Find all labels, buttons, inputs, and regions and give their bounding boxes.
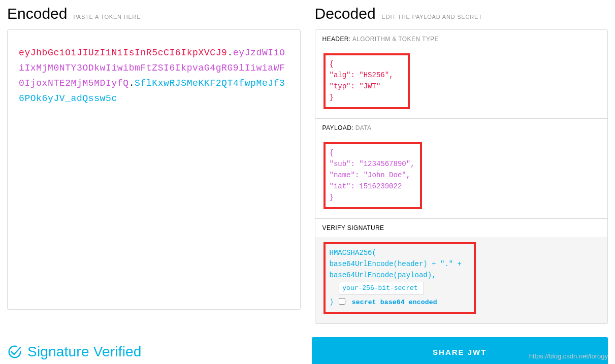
footer-row: Signature Verified SHARE JWT — [7, 337, 608, 364]
decoded-panel: HEADER: ALGORITHM & TOKEN TYPE { "alg": … — [315, 29, 608, 324]
token-header-segment: eyJhbGciOiJIUzI1NiIsInR5cCI6IkpXVCJ9 — [19, 48, 227, 58]
payload-json-line: } — [330, 192, 415, 203]
decoded-signature-block: HMACSHA256( base64UrlEncode(header) + ".… — [323, 242, 476, 314]
decoded-signature-label: VERIFY SIGNATURE — [322, 224, 384, 231]
token-dot-2: . — [129, 78, 135, 88]
signature-verified-text: Signature Verified — [27, 344, 142, 360]
signature-verified-status: Signature Verified — [7, 344, 298, 360]
encoded-token-input[interactable]: eyJhbGciOiJIUzI1NiIsInR5cCI6IkpXVCJ9.eyJ… — [7, 29, 301, 310]
header-json-line: "alg": "HS256", — [330, 70, 403, 81]
decoded-payload-label-row: PAYLOAD: DATA — [315, 119, 608, 137]
signature-close-paren: ) — [330, 298, 334, 306]
decoded-column: Decoded EDIT THE PAYLOAD AND SECRET HEAD… — [315, 5, 608, 324]
decoded-payload-json: { "sub": "1234567890", "name": "John Doe… — [323, 142, 422, 209]
decoded-subtitle: EDIT THE PAYLOAD AND SECRET — [382, 14, 482, 20]
secret-base64-label[interactable]: secret base64 encoded — [352, 299, 437, 306]
decoded-title-text: Decoded — [315, 5, 376, 22]
signature-line: base64UrlEncode(header) + "." + — [330, 258, 469, 270]
share-jwt-button[interactable]: SHARE JWT — [312, 337, 608, 364]
payload-json-line: "name": "John Doe", — [330, 170, 415, 181]
token-dot-1: . — [227, 48, 233, 58]
decoded-header-body[interactable]: { "alg": "HS256", "typ": "JWT" } — [315, 48, 608, 118]
watermark-text: https://blog.csdn.net/lorogy — [529, 352, 608, 360]
encoded-subtitle: PASTE A TOKEN HERE — [73, 14, 141, 20]
secret-base64-checkbox[interactable] — [339, 298, 345, 305]
header-json-line: } — [330, 92, 403, 103]
decoded-header-label: HEADER: — [322, 36, 351, 43]
payload-json-line: { — [330, 147, 415, 158]
check-circle-icon — [7, 344, 22, 359]
encoded-title-text: Encoded — [7, 5, 67, 22]
secret-input[interactable] — [339, 282, 424, 294]
payload-json-line: "iat": 1516239022 — [330, 181, 415, 192]
decoded-header-sublabel: ALGORITHM & TOKEN TYPE — [352, 36, 439, 43]
signature-line: HMACSHA256( — [330, 247, 469, 258]
decoded-title: Decoded EDIT THE PAYLOAD AND SECRET — [315, 5, 608, 22]
decoded-payload-body[interactable]: { "sub": "1234567890", "name": "John Doe… — [315, 137, 608, 218]
decoded-signature-section: VERIFY SIGNATURE HMACSHA256( base64UrlEn… — [315, 219, 608, 323]
encoded-title: Encoded PASTE A TOKEN HERE — [7, 5, 301, 22]
encoded-column: Encoded PASTE A TOKEN HERE eyJhbGciOiJIU… — [7, 5, 301, 324]
signature-line: base64UrlEncode(payload), — [330, 270, 469, 281]
header-json-line: "typ": "JWT" — [330, 81, 403, 92]
payload-json-line: "sub": "1234567890", — [330, 158, 415, 170]
decoded-header-label-row: HEADER: ALGORITHM & TOKEN TYPE — [315, 30, 608, 48]
decoded-header-json: { "alg": "HS256", "typ": "JWT" } — [323, 53, 410, 109]
decoded-signature-body: HMACSHA256( base64UrlEncode(header) + ".… — [315, 237, 608, 323]
header-json-line: { — [330, 58, 403, 70]
decoded-payload-sublabel: DATA — [355, 124, 372, 131]
decoded-header-section: HEADER: ALGORITHM & TOKEN TYPE { "alg": … — [315, 30, 608, 119]
decoded-payload-label: PAYLOAD: — [322, 124, 353, 131]
decoded-payload-section: PAYLOAD: DATA { "sub": "1234567890", "na… — [315, 119, 608, 219]
decoded-signature-label-row: VERIFY SIGNATURE — [315, 219, 608, 237]
